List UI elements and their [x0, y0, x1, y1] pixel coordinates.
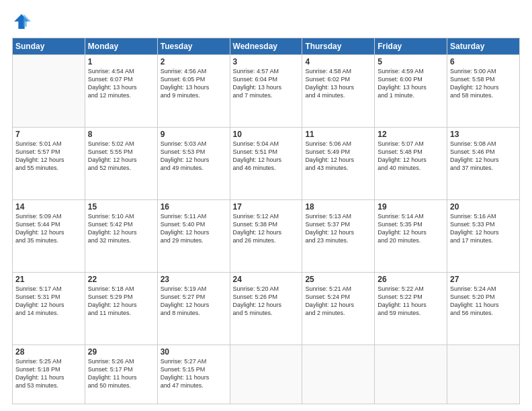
cell-info: Sunrise: 5:24 AMSunset: 5:20 PMDaylight:… [450, 285, 517, 318]
cell-info: Sunrise: 5:26 AMSunset: 5:17 PMDaylight:… [88, 357, 154, 390]
calendar-cell [230, 345, 302, 404]
calendar-cell: 1Sunrise: 4:54 AMSunset: 6:07 PMDaylight… [85, 55, 157, 128]
day-number: 9 [161, 130, 227, 139]
calendar-cell: 18Sunrise: 5:13 AMSunset: 5:37 PMDayligh… [302, 199, 375, 272]
day-number: 20 [450, 202, 517, 212]
calendar-cell: 11Sunrise: 5:06 AMSunset: 5:49 PMDayligh… [302, 127, 375, 199]
day-number: 25 [305, 275, 371, 284]
calendar-cell: 25Sunrise: 5:21 AMSunset: 5:24 PMDayligh… [302, 272, 375, 345]
calendar-cell [375, 345, 447, 404]
day-number: 21 [15, 275, 82, 284]
calendar-cell: 20Sunrise: 5:16 AMSunset: 5:33 PMDayligh… [447, 199, 520, 272]
svg-marker-1 [24, 14, 31, 27]
calendar-cell: 30Sunrise: 5:27 AMSunset: 5:15 PMDayligh… [157, 345, 230, 404]
day-header-sunday: Sunday [13, 38, 85, 55]
day-header-row: SundayMondayTuesdayWednesdayThursdayFrid… [13, 38, 520, 55]
day-number: 28 [15, 347, 82, 357]
cell-info: Sunrise: 5:06 AMSunset: 5:49 PMDaylight:… [305, 140, 371, 173]
calendar-cell: 17Sunrise: 5:12 AMSunset: 5:38 PMDayligh… [230, 199, 302, 272]
calendar-cell: 28Sunrise: 5:25 AMSunset: 5:18 PMDayligh… [13, 345, 85, 404]
calendar-cell [447, 345, 520, 404]
calendar-cell: 12Sunrise: 5:07 AMSunset: 5:48 PMDayligh… [375, 127, 447, 199]
cell-info: Sunrise: 5:21 AMSunset: 5:24 PMDaylight:… [305, 285, 371, 318]
calendar-cell: 9Sunrise: 5:03 AMSunset: 5:53 PMDaylight… [157, 127, 230, 199]
calendar-cell: 19Sunrise: 5:14 AMSunset: 5:35 PMDayligh… [375, 199, 447, 272]
day-header-tuesday: Tuesday [157, 38, 230, 55]
day-number: 29 [88, 347, 154, 357]
day-header-thursday: Thursday [302, 38, 375, 55]
calendar-cell: 5Sunrise: 4:59 AMSunset: 6:00 PMDaylight… [375, 55, 447, 128]
cell-info: Sunrise: 5:18 AMSunset: 5:29 PMDaylight:… [88, 285, 154, 318]
week-row-1: 7Sunrise: 5:01 AMSunset: 5:57 PMDaylight… [13, 127, 520, 199]
week-row-3: 21Sunrise: 5:17 AMSunset: 5:31 PMDayligh… [13, 272, 520, 345]
cell-info: Sunrise: 5:27 AMSunset: 5:15 PMDaylight:… [161, 357, 227, 390]
day-number: 22 [88, 275, 154, 284]
week-row-2: 14Sunrise: 5:09 AMSunset: 5:44 PMDayligh… [13, 199, 520, 272]
calendar-table: SundayMondayTuesdayWednesdayThursdayFrid… [12, 38, 520, 404]
day-number: 3 [233, 57, 300, 66]
cell-info: Sunrise: 4:57 AMSunset: 6:04 PMDaylight:… [233, 67, 300, 100]
cell-info: Sunrise: 5:22 AMSunset: 5:22 PMDaylight:… [378, 285, 444, 318]
day-header-wednesday: Wednesday [230, 38, 302, 55]
calendar-cell: 4Sunrise: 4:58 AMSunset: 6:02 PMDaylight… [302, 55, 375, 128]
day-number: 15 [88, 202, 154, 212]
calendar-cell: 15Sunrise: 5:10 AMSunset: 5:42 PMDayligh… [85, 199, 157, 272]
day-number: 23 [161, 275, 227, 284]
cell-info: Sunrise: 5:02 AMSunset: 5:55 PMDaylight:… [88, 140, 154, 173]
cell-info: Sunrise: 5:17 AMSunset: 5:31 PMDaylight:… [15, 285, 82, 318]
cell-info: Sunrise: 5:10 AMSunset: 5:42 PMDaylight:… [88, 212, 154, 245]
day-number: 11 [305, 130, 371, 139]
calendar-cell: 3Sunrise: 4:57 AMSunset: 6:04 PMDaylight… [230, 55, 302, 128]
cell-info: Sunrise: 5:09 AMSunset: 5:44 PMDaylight:… [15, 212, 82, 245]
cell-info: Sunrise: 5:13 AMSunset: 5:37 PMDaylight:… [305, 212, 371, 245]
day-number: 7 [15, 130, 82, 139]
header [12, 12, 520, 31]
cell-info: Sunrise: 5:07 AMSunset: 5:48 PMDaylight:… [378, 140, 444, 173]
cell-info: Sunrise: 5:01 AMSunset: 5:57 PMDaylight:… [15, 140, 82, 173]
day-number: 10 [233, 130, 300, 139]
day-number: 4 [305, 57, 371, 66]
cell-info: Sunrise: 5:12 AMSunset: 5:38 PMDaylight:… [233, 212, 300, 245]
calendar-cell: 8Sunrise: 5:02 AMSunset: 5:55 PMDaylight… [85, 127, 157, 199]
day-number: 27 [450, 275, 517, 284]
cell-info: Sunrise: 4:58 AMSunset: 6:02 PMDaylight:… [305, 67, 371, 100]
day-number: 6 [450, 57, 517, 66]
logo [12, 12, 34, 31]
day-number: 12 [378, 130, 444, 139]
cell-info: Sunrise: 4:56 AMSunset: 6:05 PMDaylight:… [161, 67, 227, 100]
day-header-monday: Monday [85, 38, 157, 55]
cell-info: Sunrise: 4:54 AMSunset: 6:07 PMDaylight:… [88, 67, 154, 100]
calendar-cell: 23Sunrise: 5:19 AMSunset: 5:27 PMDayligh… [157, 272, 230, 345]
day-number: 16 [161, 202, 227, 212]
day-number: 24 [233, 275, 300, 284]
cell-info: Sunrise: 5:11 AMSunset: 5:40 PMDaylight:… [161, 212, 227, 245]
calendar-cell: 13Sunrise: 5:08 AMSunset: 5:46 PMDayligh… [447, 127, 520, 199]
day-number: 26 [378, 275, 444, 284]
logo-icon [12, 12, 31, 31]
day-number: 8 [88, 130, 154, 139]
day-number: 17 [233, 202, 300, 212]
calendar-cell: 29Sunrise: 5:26 AMSunset: 5:17 PMDayligh… [85, 345, 157, 404]
cell-info: Sunrise: 5:20 AMSunset: 5:26 PMDaylight:… [233, 285, 300, 318]
day-number: 18 [305, 202, 371, 212]
cell-info: Sunrise: 5:19 AMSunset: 5:27 PMDaylight:… [161, 285, 227, 318]
calendar-cell [13, 55, 85, 128]
calendar-cell: 22Sunrise: 5:18 AMSunset: 5:29 PMDayligh… [85, 272, 157, 345]
calendar-cell: 14Sunrise: 5:09 AMSunset: 5:44 PMDayligh… [13, 199, 85, 272]
day-header-friday: Friday [375, 38, 447, 55]
calendar-cell: 6Sunrise: 5:00 AMSunset: 5:58 PMDaylight… [447, 55, 520, 128]
calendar-cell: 24Sunrise: 5:20 AMSunset: 5:26 PMDayligh… [230, 272, 302, 345]
calendar-cell: 2Sunrise: 4:56 AMSunset: 6:05 PMDaylight… [157, 55, 230, 128]
cell-info: Sunrise: 5:04 AMSunset: 5:51 PMDaylight:… [233, 140, 300, 173]
calendar-cell: 7Sunrise: 5:01 AMSunset: 5:57 PMDaylight… [13, 127, 85, 199]
calendar-cell: 16Sunrise: 5:11 AMSunset: 5:40 PMDayligh… [157, 199, 230, 272]
day-number: 5 [378, 57, 444, 66]
cell-info: Sunrise: 5:14 AMSunset: 5:35 PMDaylight:… [378, 212, 444, 245]
cell-info: Sunrise: 5:08 AMSunset: 5:46 PMDaylight:… [450, 140, 517, 173]
week-row-4: 28Sunrise: 5:25 AMSunset: 5:18 PMDayligh… [13, 345, 520, 404]
cell-info: Sunrise: 4:59 AMSunset: 6:00 PMDaylight:… [378, 67, 444, 100]
calendar-cell: 21Sunrise: 5:17 AMSunset: 5:31 PMDayligh… [13, 272, 85, 345]
cell-info: Sunrise: 5:25 AMSunset: 5:18 PMDaylight:… [15, 357, 82, 390]
calendar-cell: 27Sunrise: 5:24 AMSunset: 5:20 PMDayligh… [447, 272, 520, 345]
calendar-cell: 10Sunrise: 5:04 AMSunset: 5:51 PMDayligh… [230, 127, 302, 199]
